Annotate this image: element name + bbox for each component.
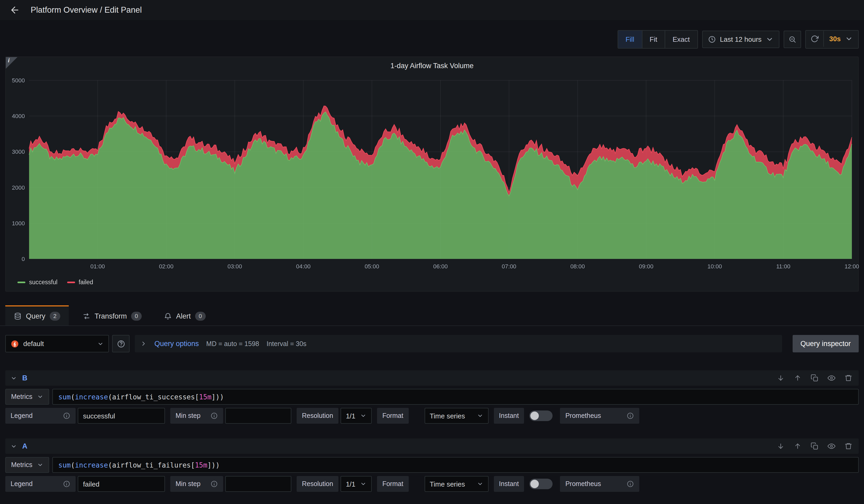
resolution-select[interactable]: 1/1 [340, 476, 372, 492]
tab-alert[interactable]: Alert 0 [155, 305, 214, 325]
resolution-select[interactable]: 1/1 [340, 408, 372, 424]
datasource-name: default [23, 340, 44, 348]
duplicate-query-button[interactable] [809, 441, 819, 452]
svg-text:1000: 1000 [12, 220, 25, 226]
query-inspector-button[interactable]: Query inspector [792, 335, 859, 352]
interval-summary: Interval = 30s [266, 340, 307, 347]
query-options-bar[interactable]: Query options MD = auto = 1598 Interval … [135, 335, 782, 352]
collapse-query-button[interactable] [11, 443, 17, 449]
info-icon [211, 480, 218, 488]
remove-query-button[interactable] [843, 373, 853, 383]
query-row-b: B Metrics sum(increase(airflow_ti_succes… [5, 370, 859, 424]
svg-text:05:00: 05:00 [364, 263, 379, 270]
move-query-down-button[interactable] [775, 441, 786, 452]
chevron-down-icon [11, 375, 17, 381]
transform-count-badge: 0 [131, 311, 142, 320]
arrow-up-icon [793, 442, 801, 450]
legend-item-successful[interactable]: successful [17, 279, 57, 285]
resolution-label-chip: Resolution [297, 408, 338, 424]
chart-panel: i 1-day Airflow Task Volume 010002000300… [5, 57, 859, 292]
zoom-out-button[interactable] [784, 30, 801, 48]
eye-icon [827, 374, 835, 382]
query-ref-id: A [22, 442, 27, 450]
chart-legend: successful failed [10, 273, 854, 285]
format-select[interactable]: Time series [424, 408, 488, 424]
chevron-down-icon [37, 394, 44, 400]
svg-text:09:00: 09:00 [639, 263, 653, 270]
instant-label-chip: Instant [494, 476, 524, 492]
bell-icon [164, 312, 172, 320]
metrics-label: Metrics [11, 393, 33, 401]
refresh-icon [811, 35, 819, 43]
time-range-picker[interactable]: Last 12 hours [702, 30, 780, 48]
refresh-button[interactable] [806, 30, 824, 47]
mode-exact-button[interactable]: Exact [665, 30, 697, 48]
panel-info-icon: i [8, 57, 10, 63]
datasource-picker[interactable]: default [5, 335, 109, 352]
panel-title[interactable]: 1-day Airflow Task Volume [10, 57, 854, 74]
query-ref-id: B [22, 374, 27, 382]
tab-transform[interactable]: Transform 0 [74, 305, 150, 325]
legend-format-input[interactable] [78, 476, 165, 492]
copy-icon [810, 442, 818, 450]
time-series-chart[interactable]: 01000200030004000500001:0002:0003:0004:0… [10, 76, 855, 273]
query-actions [775, 441, 853, 452]
back-button[interactable] [7, 2, 23, 19]
chevron-down-icon [11, 443, 17, 449]
min-step-label-chip: Min step [170, 408, 223, 424]
format-select[interactable]: Time series [424, 476, 488, 492]
legend-label-chip: Legend [5, 476, 76, 492]
metrics-dropdown[interactable]: Metrics [5, 389, 49, 405]
query-options-row: Legend Min step Resolution 1/1 Format Ti… [5, 408, 859, 424]
max-data-points-summary: MD = auto = 1598 [206, 340, 259, 347]
chevron-down-icon [97, 341, 104, 347]
trash-icon [844, 374, 852, 382]
min-step-input[interactable] [225, 476, 291, 492]
chevron-down-icon [360, 481, 367, 487]
move-query-up-button[interactable] [792, 441, 803, 452]
toggle-knob [530, 411, 539, 420]
toggle-query-visibility-button[interactable] [826, 373, 837, 383]
query-options-link: Query options [154, 340, 199, 348]
chevron-down-icon [477, 481, 483, 487]
tab-query[interactable]: Query 2 [5, 305, 69, 325]
min-step-input[interactable] [225, 408, 291, 424]
promql-expression-field[interactable]: sum(increase(airflow_ti_successes[15m])) [52, 389, 859, 405]
datasource-help-button[interactable] [112, 335, 130, 352]
panel-info-corner[interactable]: i [6, 57, 17, 69]
prometheus-icon [11, 340, 19, 348]
tab-query-label: Query [26, 312, 46, 320]
info-icon [627, 480, 634, 488]
query-expression-row: Metrics sum(increase(airflow_ti_successe… [5, 389, 859, 405]
metrics-dropdown[interactable]: Metrics [5, 457, 49, 473]
move-query-down-button[interactable] [775, 373, 786, 383]
min-step-label-chip: Min step [170, 476, 223, 492]
toggle-query-visibility-button[interactable] [826, 441, 837, 452]
duplicate-query-button[interactable] [809, 373, 819, 383]
svg-text:2000: 2000 [12, 184, 25, 191]
legend-item-failed[interactable]: failed [67, 279, 93, 285]
arrow-left-icon [10, 5, 20, 15]
instant-toggle[interactable] [529, 410, 553, 421]
legend-format-input[interactable] [78, 408, 165, 424]
refresh-interval-picker[interactable]: 30s [824, 30, 858, 47]
mode-fit-button[interactable]: Fit [641, 30, 665, 48]
chevron-down-icon [845, 35, 853, 43]
legend-swatch-failed [67, 281, 75, 283]
transform-icon [83, 312, 91, 320]
svg-text:01:00: 01:00 [91, 263, 105, 270]
chevron-down-icon [360, 413, 367, 419]
mode-fill-button[interactable]: Fill [618, 30, 641, 48]
arrow-down-icon [777, 374, 784, 382]
svg-text:07:00: 07:00 [502, 263, 516, 270]
promql-expression-field[interactable]: sum(increase(airflow_ti_failures[15m])) [52, 457, 859, 473]
remove-query-button[interactable] [843, 441, 853, 452]
collapse-query-button[interactable] [11, 375, 17, 381]
svg-text:08:00: 08:00 [570, 263, 585, 270]
move-query-up-button[interactable] [792, 373, 803, 383]
instant-toggle[interactable] [529, 479, 553, 489]
refresh-group: 30s [806, 30, 859, 49]
trash-icon [844, 442, 852, 450]
query-expression-row: Metrics sum(increase(airflow_ti_failures… [5, 457, 859, 473]
arrow-up-icon [793, 374, 801, 382]
